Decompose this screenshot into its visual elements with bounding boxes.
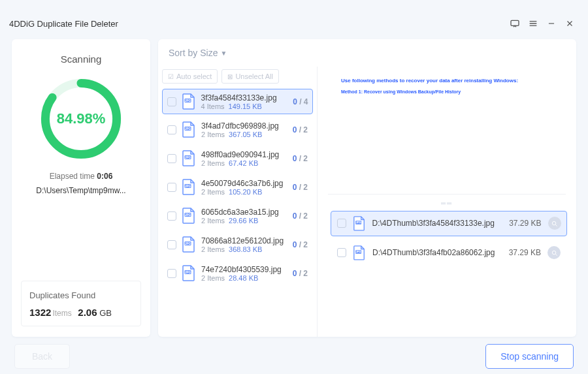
duplicate-size: 37.29 KB (509, 248, 541, 257)
duplicate-size: 37.29 KB (509, 219, 541, 228)
group-size: 368.83 KB (229, 245, 262, 253)
group-ratio: 0 / 2 (293, 211, 308, 221)
jpg-file-icon (182, 121, 196, 138)
group-filename: 498ff0ad9e090941.jpg (201, 150, 289, 159)
checkbox[interactable] (337, 219, 346, 228)
group-ratio: 0 / 2 (293, 183, 308, 192)
detail-column: Use following methods to recover your da… (318, 67, 576, 337)
group-size: 67.42 KB (229, 159, 258, 167)
group-item-count: 2 Items (201, 159, 225, 167)
clear-icon: ⊠ (227, 73, 233, 80)
checkbox[interactable] (167, 211, 176, 221)
duplicate-path: D:\4DThumb\3f3fa4584f33133e.jpg (372, 219, 503, 228)
group-ratio: 0 / 2 (293, 269, 308, 278)
scan-path: D:\Users\Temp\tmp9mw... (36, 186, 125, 195)
scan-progress-ring: 84.98% (39, 76, 123, 161)
group-ratio: 0 / 2 (293, 125, 308, 134)
group-ratio: 0 / 2 (293, 240, 308, 249)
jpg-file-icon (353, 216, 366, 232)
group-item-count: 2 Items (201, 188, 225, 196)
svg-point-5 (552, 221, 556, 225)
titlebar: 4DDiG Duplicate File Deleter (0, 12, 588, 35)
groups-column: ☑Auto select ⊠Unselect All 3f3fa4584f331… (158, 67, 318, 337)
duplicates-stats: 1322Items 2.06 GB (29, 307, 133, 318)
group-item[interactable]: 74e7240bf4305539.jpg2 Items28.48 KB0 / 2 (162, 260, 313, 287)
scan-status-panel: Scanning 84.98% Elapsed time 0:06 D:\Use… (12, 39, 150, 337)
preview-icon[interactable] (547, 246, 561, 259)
group-size: 29.66 KB (229, 217, 258, 225)
scanning-label: Scanning (61, 54, 102, 65)
duplicate-row[interactable]: D:\4DThumb\3f3fa4fb02a86062.jpg37.29 KB (331, 240, 567, 266)
group-filename: 3f3fa4584f33133e.jpg (201, 93, 289, 102)
jpg-file-icon (353, 245, 366, 261)
duplicate-path: D:\4DThumb\3f3fa4fb02a86062.jpg (372, 248, 502, 257)
drag-handle-icon[interactable]: ══ (318, 200, 576, 207)
stop-scanning-button[interactable]: Stop scanning (485, 344, 574, 369)
group-item-count: 2 Items (201, 245, 225, 253)
app-title: 4DDiG Duplicate File Deleter (9, 19, 118, 29)
feedback-icon[interactable] (506, 14, 524, 33)
checkbox[interactable] (167, 97, 176, 106)
file-preview: Use following methods to recover your da… (328, 69, 566, 195)
back-button: Back (14, 344, 70, 369)
sort-dropdown[interactable]: Sort by Size▼ (158, 39, 576, 67)
unselect-all-button[interactable]: ⊠Unselect All (221, 69, 278, 84)
results-panel: Sort by Size▼ ☑Auto select ⊠Unselect All… (158, 39, 576, 337)
check-icon: ☑ (168, 73, 174, 80)
checkbox[interactable] (167, 183, 176, 192)
group-item-count: 2 Items (201, 274, 225, 282)
group-size: 367.05 KB (229, 131, 262, 138)
checkbox[interactable] (167, 269, 176, 278)
group-item[interactable]: 6065dc6a3ae3a15.jpg2 Items29.66 KB0 / 2 (162, 203, 313, 229)
auto-select-button[interactable]: ☑Auto select (162, 69, 218, 84)
group-item[interactable]: 3f3fa4584f33133e.jpg4 Items149.15 KB0 / … (162, 89, 313, 114)
close-icon[interactable] (561, 14, 579, 33)
elapsed-time: Elapsed time 0:06 (50, 172, 113, 181)
group-item[interactable]: 498ff0ad9e090941.jpg2 Items67.42 KB0 / 2 (162, 146, 313, 172)
checkbox[interactable] (167, 125, 176, 134)
jpg-file-icon (182, 265, 196, 282)
checkbox[interactable] (167, 154, 176, 163)
group-size: 149.15 KB (229, 102, 262, 110)
minimize-icon[interactable] (542, 14, 561, 33)
checkbox[interactable] (167, 240, 176, 249)
group-size: 105.20 KB (229, 188, 262, 196)
svg-point-6 (552, 251, 556, 255)
group-item[interactable]: 70866a812e56120d.jpg2 Items368.83 KB0 / … (162, 232, 313, 258)
group-item-count: 2 Items (201, 131, 225, 138)
jpg-file-icon (182, 236, 196, 253)
footer: Back Stop scanning (0, 337, 588, 374)
duplicates-found-label: Duplicates Found (29, 290, 133, 300)
group-item[interactable]: 3f4ad7dfbc969898.jpg2 Items367.05 KB0 / … (162, 117, 313, 143)
svg-rect-2 (511, 20, 519, 25)
chevron-down-icon: ▼ (220, 50, 227, 57)
group-item-count: 2 Items (201, 217, 225, 225)
group-ratio: 0 / 2 (293, 154, 308, 163)
jpg-file-icon (182, 150, 196, 167)
group-filename: 74e7240bf4305539.jpg (201, 265, 289, 274)
checkbox[interactable] (337, 248, 346, 257)
preview-icon[interactable] (548, 217, 561, 230)
duplicate-row[interactable]: D:\4DThumb\3f3fa4584f33133e.jpg37.29 KB (331, 211, 567, 236)
group-item-count: 4 Items (201, 102, 225, 110)
group-item[interactable]: 4e50079d46c3a7b6.jpg2 Items105.20 KB0 / … (162, 174, 313, 200)
group-filename: 4e50079d46c3a7b6.jpg (201, 179, 289, 188)
group-ratio: 0 / 4 (293, 97, 308, 106)
jpg-file-icon (182, 93, 196, 110)
group-filename: 3f4ad7dfbc969898.jpg (201, 121, 289, 131)
jpg-file-icon (182, 208, 196, 225)
menu-icon[interactable] (524, 14, 542, 33)
scan-percent: 84.98% (39, 76, 123, 161)
group-filename: 6065dc6a3ae3a15.jpg (201, 208, 289, 217)
jpg-file-icon (182, 179, 196, 196)
group-size: 28.48 KB (229, 274, 258, 282)
group-filename: 70866a812e56120d.jpg (201, 236, 289, 245)
duplicates-found-box: Duplicates Found 1322Items 2.06 GB (21, 281, 141, 326)
